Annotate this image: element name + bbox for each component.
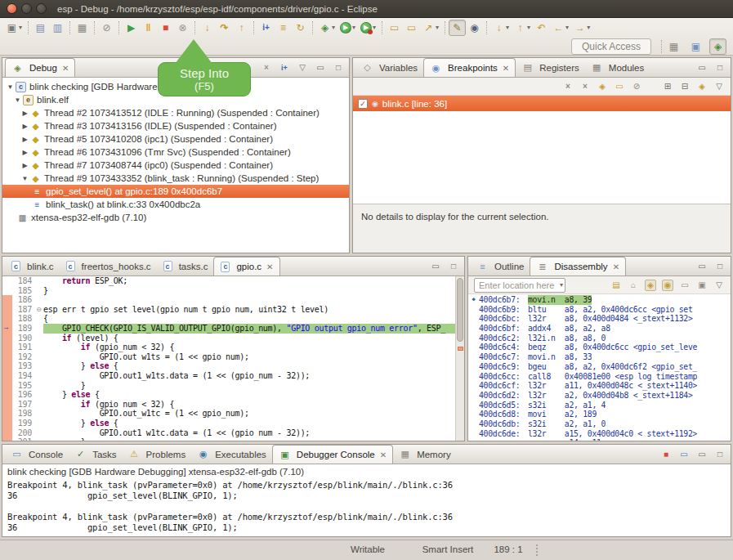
tab-gpio-c[interactable]: cgpio.c✕	[213, 257, 279, 276]
editor-annotation-column[interactable]	[2, 390, 12, 400]
line-number[interactable]: 191	[12, 343, 34, 352]
line-number[interactable]: 201	[12, 437, 34, 441]
line-number[interactable]: 189	[12, 324, 34, 334]
editor-annotation-column[interactable]	[2, 352, 12, 362]
suspend-button[interactable]: ‖	[140, 20, 157, 36]
step-into-button[interactable]: ↓	[199, 20, 216, 36]
breakpoint-checkbox[interactable]: ✓	[358, 99, 368, 109]
editor-annotation-column[interactable]	[2, 286, 12, 296]
line-number[interactable]: 193	[12, 361, 34, 371]
open-new-view-button[interactable]: ▭	[679, 280, 691, 291]
remove-all-breakpoints-button[interactable]: ×	[579, 81, 591, 92]
debug-tree-item[interactable]: ▥xtensa-esp32-elf-gdb (7.10)	[2, 211, 349, 224]
mark-occurrences-button[interactable]: ◉	[466, 20, 483, 36]
tab-debugger-console[interactable]: ▣Debugger Console✕	[272, 445, 393, 464]
step-over-button[interactable]: ↷	[216, 20, 233, 36]
chevron-down-icon[interactable]: ▾	[587, 24, 590, 31]
tab-close-icon[interactable]: ✕	[503, 64, 509, 73]
line-number[interactable]: 192	[12, 352, 34, 362]
show-breakpoints-supported-button[interactable]: ◈	[597, 81, 608, 92]
tree-collapsed-arrow-icon[interactable]: ▶	[20, 123, 29, 130]
line-number[interactable]: 200	[12, 428, 34, 438]
skip-all-breakpoints-button[interactable]: ⊘	[98, 20, 115, 36]
chevron-down-icon[interactable]: ▾	[373, 24, 376, 31]
editor-annotation-column[interactable]	[2, 419, 12, 428]
stack-frame-item[interactable]: ≡gpio_set_level() at gpio.c:189 0x400dc6…	[2, 185, 349, 198]
editor-annotation-column[interactable]	[2, 371, 12, 381]
build-button[interactable]: ▦	[74, 20, 91, 36]
view-menu-button[interactable]: ▽	[713, 81, 725, 92]
chevron-down-icon[interactable]: ▾	[436, 24, 439, 31]
tab-memory[interactable]: ▦Memory	[393, 445, 457, 464]
last-edit-location-button[interactable]: ✎	[449, 20, 466, 36]
editor-scrollbar[interactable]	[455, 276, 464, 441]
tab-tasks-c[interactable]: ctasks.c	[157, 257, 214, 276]
editor-annotation-column[interactable]	[2, 305, 12, 315]
chevron-down-icon[interactable]: ▾	[352, 24, 355, 31]
disassembly-row[interactable]: 400dc6cf:l32r a11, 0x400d048c <_stext+11…	[468, 381, 731, 391]
tab-variables[interactable]: ◇Variables	[355, 58, 423, 77]
code-editor[interactable]: 184 return ESP_OK;185}186187⊖esp_err_t g…	[2, 276, 464, 441]
disassembly-row[interactable]: 400dc6c4:beqz a8, 0x400dc6cc <gpio_set_l…	[468, 343, 731, 352]
maximize-button[interactable]: □	[714, 449, 726, 460]
tab-blink-c[interactable]: cblink.c	[5, 257, 60, 276]
view-menu-button[interactable]: ▽	[297, 62, 308, 74]
run-button[interactable]: ▶▾	[337, 20, 358, 36]
view-menu-button[interactable]: ▽	[713, 280, 725, 291]
pin-view-button[interactable]: ▣	[696, 280, 708, 291]
save-button[interactable]: ▤	[32, 20, 49, 36]
debug-tree-item[interactable]: ▶◆Thread #6 1073431096 (Tmr Svc) (Suspen…	[2, 146, 349, 159]
breakpoints-list[interactable]: ✓◉blink.c [line: 36]	[353, 96, 731, 111]
new-wizard-button[interactable]: ▣▾	[3, 20, 25, 36]
open-element-button[interactable]: ▭	[386, 20, 403, 36]
disassembly-row[interactable]: 400dc6db:s32i a2, a1, 0	[468, 419, 731, 429]
line-number[interactable]: 190	[12, 334, 34, 343]
tab-modules[interactable]: ▦Modules	[585, 58, 650, 77]
tree-collapsed-arrow-icon[interactable]: ▶	[20, 162, 29, 169]
remove-breakpoint-button[interactable]: ×	[562, 81, 574, 92]
disassembly-row[interactable]: 400dc6d2:l32r a2, 0x400d04b8 <_stext+118…	[468, 391, 731, 401]
maximize-button[interactable]: □	[333, 62, 344, 74]
editor-annotation-column[interactable]	[2, 361, 12, 371]
minimize-button[interactable]: ▭	[696, 62, 708, 74]
line-number[interactable]: 196	[12, 390, 34, 400]
quick-access-button[interactable]: Quick Access	[571, 38, 651, 55]
window-minimize-button[interactable]	[21, 3, 32, 14]
fold-collapse-icon[interactable]: ⊖	[34, 305, 43, 315]
cpp-perspective-button[interactable]: ▣	[687, 38, 704, 55]
coverage-button[interactable]: ▶▾	[358, 20, 378, 36]
editor-annotation-column[interactable]	[2, 400, 12, 410]
disassembly-row[interactable]: 400dc6bf:addx4 a8, a2, a8	[468, 324, 731, 334]
tree-collapsed-arrow-icon[interactable]: ▶	[20, 149, 29, 156]
editor-scrollbar-thumb[interactable]	[457, 278, 463, 342]
editor-annotation-column[interactable]	[2, 428, 12, 438]
chevron-down-icon[interactable]: ▾	[527, 24, 530, 31]
breakpoint-item[interactable]: ✓◉blink.c [line: 36]	[353, 96, 731, 111]
stack-frame-item[interactable]: ≡blink_task() at blink.c:33 0x400dbc2a	[2, 198, 349, 211]
line-number[interactable]: 185	[12, 286, 34, 296]
chevron-down-icon[interactable]: ▾	[332, 24, 335, 31]
disassembly-row[interactable]: 400dc6d5:s32i a2, a1, 4	[468, 401, 731, 410]
disassembly-row[interactable]: 400dc6c9:bgeu a8, a2, 0x400dc6f2 <gpio_s…	[468, 362, 731, 372]
line-number[interactable]: 197	[12, 400, 34, 410]
minimize-button[interactable]: ▭	[315, 62, 326, 74]
disconnect-button[interactable]: ⊗	[174, 20, 191, 36]
next-annotation-button[interactable]: ↓▾	[490, 20, 512, 36]
tab-close-icon[interactable]: ✕	[380, 450, 387, 459]
link-with-debug-button[interactable]: ◈	[696, 81, 708, 92]
minimize-button[interactable]: ▭	[430, 261, 441, 272]
overview-ruler-marker[interactable]	[458, 347, 463, 351]
disassembly-row[interactable]: ◆400dc6b7:movi.n a8, 39	[468, 295, 731, 305]
open-perspective-button[interactable]: ▦	[665, 38, 682, 55]
tree-expanded-arrow-icon[interactable]: ▼	[6, 83, 15, 91]
debug-tree-item[interactable]: ▶◆Thread #3 1073413156 (IDLE) (Suspended…	[2, 119, 349, 132]
maximize-button[interactable]: □	[714, 62, 726, 74]
editor-annotation-column[interactable]	[2, 276, 12, 286]
debug-perspective-button[interactable]: ◈	[709, 38, 726, 55]
open-resource-button[interactable]: ▭	[403, 20, 420, 36]
back-button[interactable]: ←▾	[550, 20, 571, 36]
remove-all-terminated-button[interactable]: ×	[261, 62, 272, 74]
tab-close-icon[interactable]: ✕	[266, 262, 273, 271]
disassembly-listing[interactable]: ◆400dc6b7:movi.n a8, 39400dc6b9:bltu a8,…	[468, 294, 731, 441]
tree-expanded-arrow-icon[interactable]: ▼	[20, 175, 29, 182]
